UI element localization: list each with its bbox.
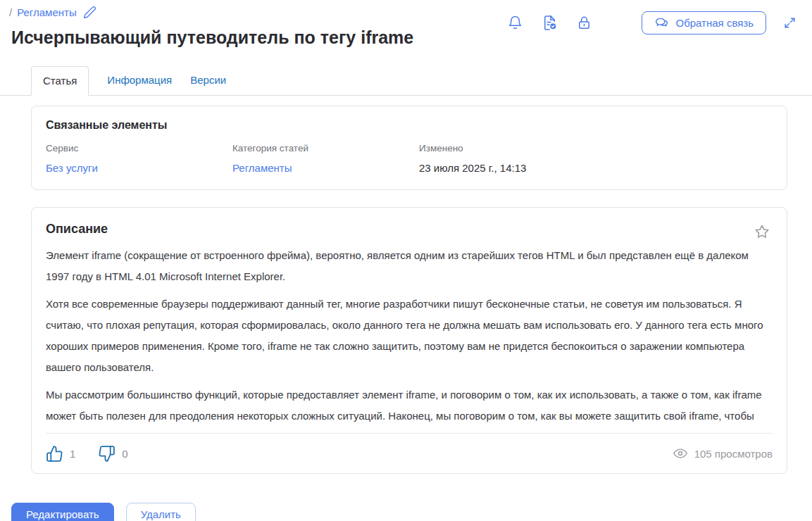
tab-bar: Статья Информация Версии [0, 66, 812, 96]
dislike-count: 0 [122, 448, 127, 460]
category-value-link[interactable]: Регламенты [232, 162, 419, 174]
description-footer: 1 0 105 просмотров [46, 434, 773, 473]
modified-field: Изменено 23 июля 2025 г., 14:13 [419, 143, 773, 174]
bell-icon[interactable] [507, 15, 523, 31]
chat-bubbles-icon [654, 15, 669, 30]
tab-versions[interactable]: Версии [190, 66, 226, 95]
related-items-title: Связанные элементы [46, 119, 773, 132]
lock-icon[interactable] [576, 15, 592, 31]
like-button[interactable]: 1 [46, 445, 75, 463]
service-label: Сервис [46, 143, 232, 153]
expand-icon[interactable] [783, 16, 797, 30]
category-field: Категория статей Регламенты [232, 143, 419, 174]
description-text: Элемент iframe (сокращение от встроенног… [46, 245, 773, 427]
favorite-star-icon[interactable] [754, 223, 770, 240]
document-check-icon[interactable] [542, 15, 558, 31]
edit-pencil-icon[interactable] [83, 6, 96, 19]
category-label: Категория статей [232, 143, 419, 153]
related-items-fields: Сервис Без услуги Категория статей Регла… [46, 143, 773, 174]
thumbs-up-icon [46, 445, 63, 463]
article-content: Связанные элементы Сервис Без услуги Кат… [0, 96, 812, 474]
header-actions: Обратная связь [507, 11, 797, 34]
tab-information[interactable]: Информация [107, 66, 172, 95]
thumbs-down-icon [98, 445, 115, 463]
dislike-button[interactable]: 0 [98, 445, 127, 463]
description-title: Описание [46, 222, 108, 237]
modified-label: Изменено [419, 143, 773, 153]
service-field: Сервис Без услуги [46, 143, 232, 174]
page-header: / Регламенты Исчерпывающий путеводитель … [0, 0, 812, 48]
eye-icon [673, 446, 688, 461]
breadcrumb-separator: / [9, 6, 12, 18]
description-paragraph: Элемент iframe (сокращение от встроенног… [46, 245, 773, 287]
related-items-card: Связанные элементы Сервис Без услуги Кат… [31, 106, 787, 190]
page-actions: Редактировать Удалить [0, 474, 812, 521]
edit-button[interactable]: Редактировать [11, 503, 114, 521]
views-label: 105 просмотров [694, 448, 773, 460]
like-count: 1 [70, 448, 75, 460]
feedback-button[interactable]: Обратная связь [642, 11, 766, 34]
service-value-link[interactable]: Без услуги [46, 162, 232, 174]
breadcrumb-category-link[interactable]: Регламенты [17, 6, 77, 18]
views-counter: 105 просмотров [673, 446, 773, 461]
description-paragraph: Мы рассмотрим большинство функций, котор… [46, 384, 773, 427]
delete-button[interactable]: Удалить [126, 503, 196, 521]
tab-article[interactable]: Статья [31, 66, 89, 96]
modified-value: 23 июля 2025 г., 14:13 [419, 162, 773, 174]
description-paragraph: Хотя все современные браузеры поддержива… [46, 294, 773, 378]
feedback-button-label: Обратная связь [675, 17, 754, 29]
description-card: Описание Элемент iframe (сокращение от в… [31, 207, 787, 474]
